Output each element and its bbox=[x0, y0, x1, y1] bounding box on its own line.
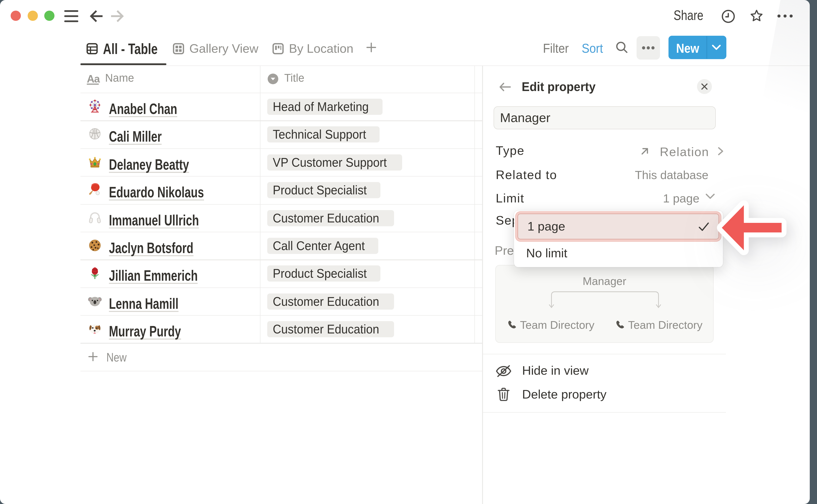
svg-text:Aa: Aa bbox=[87, 73, 100, 85]
